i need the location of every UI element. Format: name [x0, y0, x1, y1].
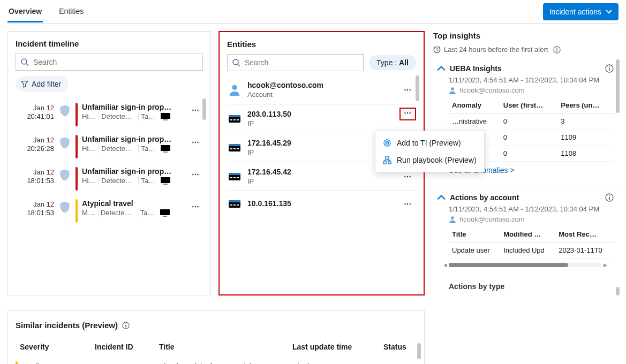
ip-icon — [228, 113, 241, 124]
entities-type-filter[interactable]: Type : All — [369, 55, 416, 70]
entity-name: 10.0.161.135 — [247, 199, 291, 208]
shield-icon — [59, 169, 70, 181]
entity-item-more[interactable]: ⋯ — [401, 196, 415, 211]
timeline-item-more[interactable]: ⋯ — [188, 103, 203, 118]
entity-kind: Account — [247, 90, 323, 98]
severity-bar — [76, 199, 78, 223]
search-icon — [232, 58, 240, 67]
playbook-icon — [383, 156, 391, 164]
insights-range: Last 24 hours before the first alert — [444, 46, 548, 54]
col-anomaly[interactable]: Anomaly — [449, 97, 500, 113]
timeline-item-more[interactable]: ⋯ — [188, 135, 203, 150]
shield-icon — [59, 105, 70, 117]
col-peers[interactable]: Peers (un… — [557, 97, 614, 113]
table-row[interactable]: Medium 337423 Sign-in Activity from Susp… — [16, 357, 417, 365]
col-time[interactable]: Last update time — [288, 337, 379, 357]
similar-incidents-table: Severity Incident ID Title Last update t… — [16, 337, 417, 364]
search-icon — [20, 58, 29, 66]
tab-overview[interactable]: Overview — [7, 2, 43, 22]
shield-icon — [59, 201, 70, 213]
incident-timeline-title: Incident timeline — [8, 32, 210, 54]
table-row: …nistrative03 — [449, 113, 614, 130]
actions-by-account-title: Actions by account — [450, 193, 519, 202]
col-title[interactable]: Title — [449, 226, 500, 242]
collapse-icon[interactable] — [437, 193, 446, 202]
monitor-icon — [161, 145, 170, 153]
entity-item[interactable]: hcook@contoso.com Account ⋯ — [227, 75, 416, 104]
col-most[interactable]: Most Rec… — [555, 226, 614, 242]
entity-item[interactable]: 203.0.113.50 IP ⋯ — [227, 104, 416, 133]
timeline-item-more[interactable]: ⋯ — [188, 199, 203, 214]
menu-run-playbook[interactable]: Run playbook (Preview) — [375, 151, 484, 169]
person-icon — [449, 87, 456, 94]
monitor-icon — [160, 209, 170, 217]
similar-incidents-card: Similar incidents (Preview) Severity Inc… — [7, 310, 425, 364]
target-icon — [383, 139, 391, 147]
ip-icon — [228, 142, 241, 153]
ip-icon — [228, 199, 241, 209]
shield-icon — [59, 137, 70, 149]
tab-entities[interactable]: Entities — [58, 2, 85, 22]
timeline-time: Jan 1218:01:53 — [16, 199, 54, 218]
entity-name: 172.16.45.42 — [247, 168, 291, 176]
collapse-icon[interactable] — [437, 64, 446, 73]
col-title[interactable]: Title — [155, 337, 288, 357]
severity-bar — [76, 135, 78, 158]
timeline-time: Jan 1220:41:01 — [16, 103, 54, 122]
entity-item-more[interactable]: ⋯ — [403, 108, 413, 118]
severity-bar — [16, 361, 18, 364]
similar-incidents-title: Similar incidents (Preview) — [16, 321, 118, 330]
entity-kind: IP — [247, 119, 291, 127]
entities-search[interactable] — [227, 54, 364, 71]
timeline-search-input[interactable] — [32, 57, 198, 67]
actions-hscrollbar[interactable]: ◄ ► — [449, 263, 602, 267]
entity-name: 172.16.45.29 — [247, 139, 291, 147]
table-row: Update userIncluded Upd2023-01-11T0 — [449, 242, 614, 259]
col-modified[interactable]: Modified … — [500, 226, 555, 242]
incident-actions-label: Incident actions — [549, 7, 601, 16]
col-status[interactable]: Status — [379, 337, 417, 357]
incident-timeline-card: Incident timeline Add filter Jan 1220:41… — [7, 31, 211, 295]
timeline-item-title: Unfamiliar sign-in prop… — [82, 103, 188, 111]
entities-search-input[interactable] — [244, 58, 359, 67]
actions-range: 1/11/2023, 4:54:51 AM - 1/12/2023, 10:34… — [449, 205, 614, 213]
timeline-time: Jan 1220:26:28 — [16, 135, 54, 154]
info-icon[interactable] — [605, 193, 614, 202]
monitor-icon — [161, 113, 170, 120]
actions-by-account-card: Actions by account 1/11/2023, 4:54:51 AM… — [432, 188, 619, 272]
timeline-item[interactable]: Jan 1218:01:53 Atypical travel M… Detect… — [16, 195, 203, 227]
entity-item[interactable]: 10.0.161.135 ⋯ — [227, 191, 416, 217]
col-id[interactable]: Incident ID — [90, 337, 155, 357]
ueba-insights-title: UEBA Insights — [450, 64, 502, 73]
timeline-search[interactable] — [16, 54, 203, 71]
col-severity[interactable]: Severity — [16, 337, 90, 357]
entity-kind: IP — [247, 177, 291, 185]
monitor-icon — [161, 177, 170, 185]
add-filter-button[interactable]: Add filter — [16, 76, 69, 92]
timeline-item[interactable]: Jan 1218:01:53 Unfamiliar sign-in prop… … — [16, 163, 203, 195]
top-insights-title: Top insights — [432, 31, 619, 40]
severity-bar — [76, 167, 78, 191]
menu-add-to-ti[interactable]: Add to TI (Preview) — [375, 134, 484, 151]
actions-by-type-title: Actions by type — [449, 282, 504, 291]
info-icon[interactable] — [553, 46, 561, 54]
insights-scrollbar[interactable] — [616, 59, 620, 295]
entity-kind: IP — [247, 148, 291, 156]
info-icon[interactable] — [122, 322, 130, 329]
timeline-time: Jan 1218:01:53 — [16, 167, 54, 186]
entities-title: Entities — [220, 32, 424, 54]
timeline-item-more[interactable]: ⋯ — [188, 167, 203, 182]
person-icon — [449, 216, 456, 223]
timeline-item[interactable]: Jan 1220:41:01 Unfamiliar sign-in prop… … — [16, 98, 203, 131]
timeline-item-title: Unfamiliar sign-in prop… — [82, 167, 188, 176]
timeline-item-title: Atypical travel — [82, 199, 188, 208]
ip-icon — [228, 171, 241, 182]
similar-scrollbar[interactable] — [417, 343, 421, 364]
actions-table: Title Modified … Most Rec… Update userIn… — [449, 226, 614, 259]
entity-item-more[interactable]: ⋯ — [401, 82, 415, 97]
incident-actions-button[interactable]: Incident actions — [543, 3, 619, 20]
timeline-item[interactable]: Jan 1220:26:28 Unfamiliar sign-in prop… … — [16, 131, 203, 163]
col-user[interactable]: User (first… — [500, 97, 557, 113]
timeline-scrollbar[interactable] — [202, 98, 206, 227]
info-icon[interactable] — [605, 64, 614, 73]
